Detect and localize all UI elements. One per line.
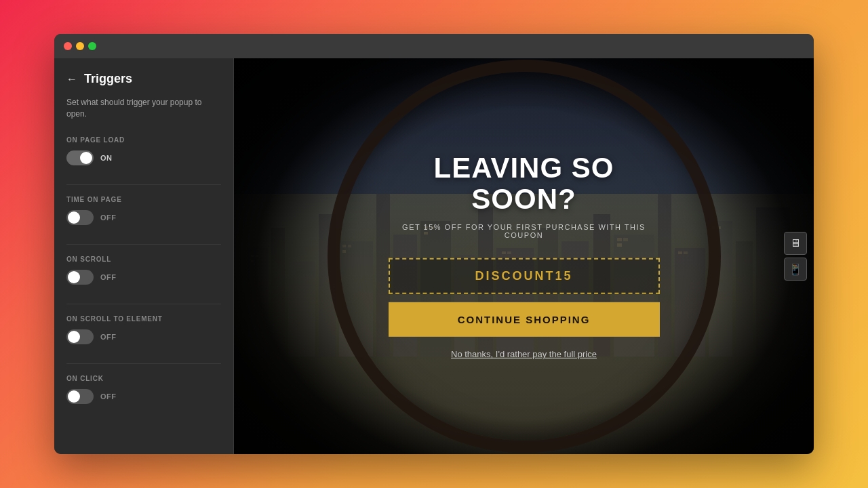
toggle-knob-click	[68, 390, 80, 403]
mobile-view-button[interactable]: 📱	[784, 258, 807, 281]
toggle-text-scroll-element: OFF	[100, 333, 117, 341]
toggle-text-time: OFF	[100, 214, 117, 222]
sidebar: ← Triggers Set what should trigger your …	[54, 58, 234, 454]
divider-3	[66, 304, 221, 304]
continue-shopping-button[interactable]: CONTINUE SHOPPING	[389, 302, 660, 337]
desktop-view-button[interactable]: 🖥	[784, 232, 807, 255]
maximize-button[interactable]	[88, 42, 96, 50]
coupon-code: DISCOUNT15	[475, 269, 572, 283]
toggle-row-click: OFF	[66, 389, 221, 404]
mobile-icon: 📱	[789, 263, 802, 276]
popup-headline: LEAVING SO SOON?	[389, 152, 660, 215]
toggle-row-scroll-element: OFF	[66, 329, 221, 344]
title-bar	[54, 34, 814, 58]
trigger-label-scroll-element: ON SCROLL TO ELEMENT	[66, 315, 221, 323]
sidebar-title: Triggers	[84, 72, 132, 86]
toggle-click[interactable]	[66, 389, 94, 404]
coupon-box[interactable]: DISCOUNT15	[389, 258, 660, 294]
trigger-section-page-load: ON PAGE LOAD ON	[66, 136, 221, 165]
toggle-knob-page-load	[80, 152, 92, 164]
trigger-label-time: TIME ON PAGE	[66, 196, 221, 203]
toggle-row-time: OFF	[66, 210, 221, 225]
trigger-label-click: ON CLICK	[66, 375, 221, 382]
close-button[interactable]	[64, 42, 72, 50]
back-button[interactable]: ←	[66, 73, 77, 85]
browser-window: ← Triggers Set what should trigger your …	[54, 34, 814, 454]
toggle-text-page-load: ON	[100, 154, 113, 162]
divider-2	[66, 244, 221, 245]
window-content: ← Triggers Set what should trigger your …	[54, 58, 814, 454]
divider-4	[66, 363, 221, 364]
trigger-section-click: ON CLICK OFF	[66, 375, 221, 404]
toggle-text-click: OFF	[100, 392, 117, 401]
toggle-time[interactable]	[66, 210, 94, 225]
traffic-lights	[64, 42, 96, 50]
preview-area: LEAVING SO SOON? GET 15% OFF FOR YOUR FI…	[234, 58, 814, 454]
popup-subtitle: GET 15% OFF FOR YOUR FIRST PURCHASE WITH…	[389, 223, 660, 239]
trigger-section-scroll: ON SCROLL OFF	[66, 256, 221, 285]
toggle-text-scroll: OFF	[100, 273, 117, 281]
toggle-row-page-load: ON	[66, 150, 221, 165]
sidebar-description: Set what should trigger your popup to op…	[66, 97, 221, 120]
trigger-label-scroll: ON SCROLL	[66, 256, 221, 263]
trigger-section-scroll-element: ON SCROLL TO ELEMENT OFF	[66, 315, 221, 344]
decline-link[interactable]: No thanks, I'd rather pay the full price	[451, 349, 597, 359]
popup-content: LEAVING SO SOON? GET 15% OFF FOR YOUR FI…	[389, 152, 660, 360]
toggle-knob-time	[68, 211, 80, 224]
toggle-scroll-element[interactable]	[66, 329, 94, 344]
trigger-label-page-load: ON PAGE LOAD	[66, 136, 221, 144]
toggle-knob-scroll	[68, 271, 80, 283]
desktop-icon: 🖥	[790, 237, 801, 249]
right-toolbar: 🖥 📱	[784, 232, 807, 281]
divider-1	[66, 184, 221, 185]
minimize-button[interactable]	[76, 42, 84, 50]
toggle-page-load[interactable]	[66, 150, 94, 165]
trigger-section-time: TIME ON PAGE OFF	[66, 196, 221, 225]
toggle-row-scroll: OFF	[66, 270, 221, 285]
sidebar-header: ← Triggers	[66, 72, 221, 86]
toggle-scroll[interactable]	[66, 270, 94, 285]
toggle-knob-scroll-element	[68, 331, 80, 343]
